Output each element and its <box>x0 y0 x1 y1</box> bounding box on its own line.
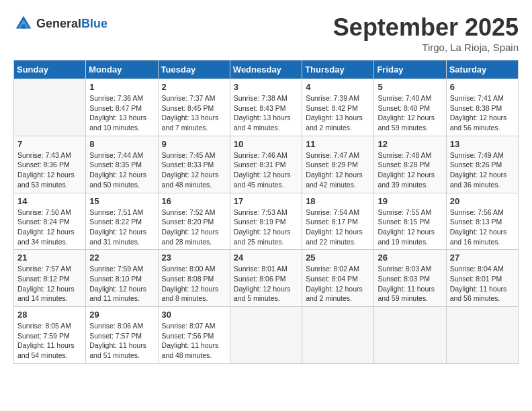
day-info: Sunrise: 7:38 AMSunset: 8:43 PMDaylight:… <box>234 93 298 133</box>
day-number: 10 <box>234 139 298 149</box>
day-number: 4 <box>306 82 370 92</box>
day-number: 28 <box>17 310 82 320</box>
day-number: 2 <box>162 82 226 92</box>
calendar-cell: 29Sunrise: 8:06 AMSunset: 7:57 PMDayligh… <box>86 307 158 364</box>
day-number: 15 <box>89 196 154 206</box>
day-number: 25 <box>306 253 370 263</box>
calendar-cell: 13Sunrise: 7:49 AMSunset: 8:26 PMDayligh… <box>446 136 518 193</box>
day-number: 27 <box>450 253 515 263</box>
day-info: Sunrise: 7:54 AMSunset: 8:17 PMDaylight:… <box>306 208 370 247</box>
day-info: Sunrise: 8:05 AMSunset: 7:59 PMDaylight:… <box>17 321 82 361</box>
day-info: Sunrise: 7:47 AMSunset: 8:29 PMDaylight:… <box>306 150 370 190</box>
location: Tirgo, La Rioja, Spain <box>333 42 519 53</box>
day-number: 22 <box>89 253 154 263</box>
weekday-header-thursday: Thursday <box>302 60 374 79</box>
calendar-cell: 28Sunrise: 8:05 AMSunset: 7:59 PMDayligh… <box>14 307 86 364</box>
month-title: September 2025 <box>333 13 519 42</box>
calendar-cell: 19Sunrise: 7:55 AMSunset: 8:15 PMDayligh… <box>374 193 446 250</box>
calendar-cell: 17Sunrise: 7:53 AMSunset: 8:19 PMDayligh… <box>230 193 302 250</box>
calendar-cell: 3Sunrise: 7:38 AMSunset: 8:43 PMDaylight… <box>230 79 302 136</box>
calendar-cell: 5Sunrise: 7:40 AMSunset: 8:40 PMDaylight… <box>374 79 446 136</box>
calendar-cell: 4Sunrise: 7:39 AMSunset: 8:42 PMDaylight… <box>302 79 374 136</box>
calendar-cell: 21Sunrise: 7:57 AMSunset: 8:12 PMDayligh… <box>14 250 86 307</box>
calendar-cell: 25Sunrise: 8:02 AMSunset: 8:04 PMDayligh… <box>302 250 374 307</box>
logo-blue: Blue <box>81 17 107 30</box>
day-number: 6 <box>450 82 515 92</box>
weekday-header-row: SundayMondayTuesdayWednesdayThursdayFrid… <box>14 60 519 79</box>
calendar-week-1: 1Sunrise: 7:36 AMSunset: 8:47 PMDaylight… <box>14 79 519 136</box>
calendar-cell: 20Sunrise: 7:56 AMSunset: 8:13 PMDayligh… <box>446 193 518 250</box>
logo: GeneralBlue <box>13 13 107 34</box>
calendar-cell: 9Sunrise: 7:45 AMSunset: 8:33 PMDaylight… <box>158 136 230 193</box>
calendar-cell <box>230 307 302 364</box>
day-info: Sunrise: 8:02 AMSunset: 8:04 PMDaylight:… <box>306 264 370 304</box>
day-info: Sunrise: 8:00 AMSunset: 8:08 PMDaylight:… <box>162 264 226 304</box>
logo-icon <box>13 13 34 34</box>
svg-rect-2 <box>21 25 26 29</box>
day-info: Sunrise: 7:51 AMSunset: 8:22 PMDaylight:… <box>89 208 154 247</box>
weekday-header-friday: Friday <box>374 60 446 79</box>
day-info: Sunrise: 7:36 AMSunset: 8:47 PMDaylight:… <box>89 93 154 133</box>
weekday-header-tuesday: Tuesday <box>158 60 230 79</box>
calendar-cell: 1Sunrise: 7:36 AMSunset: 8:47 PMDaylight… <box>86 79 158 136</box>
day-info: Sunrise: 7:53 AMSunset: 8:19 PMDaylight:… <box>234 208 298 247</box>
day-info: Sunrise: 7:37 AMSunset: 8:45 PMDaylight:… <box>162 93 226 133</box>
day-number: 30 <box>162 310 226 320</box>
day-info: Sunrise: 7:43 AMSunset: 8:36 PMDaylight:… <box>17 150 82 190</box>
calendar-cell: 14Sunrise: 7:50 AMSunset: 8:24 PMDayligh… <box>14 193 86 250</box>
day-number: 29 <box>89 310 154 320</box>
day-info: Sunrise: 7:50 AMSunset: 8:24 PMDaylight:… <box>17 208 82 247</box>
day-number: 9 <box>162 139 226 149</box>
weekday-header-wednesday: Wednesday <box>230 60 302 79</box>
day-number: 23 <box>162 253 226 263</box>
calendar-cell: 18Sunrise: 7:54 AMSunset: 8:17 PMDayligh… <box>302 193 374 250</box>
calendar-cell: 30Sunrise: 8:07 AMSunset: 7:56 PMDayligh… <box>158 307 230 364</box>
day-info: Sunrise: 7:41 AMSunset: 8:38 PMDaylight:… <box>450 93 515 133</box>
day-number: 11 <box>306 139 370 149</box>
calendar-cell: 22Sunrise: 7:59 AMSunset: 8:10 PMDayligh… <box>86 250 158 307</box>
calendar-week-4: 21Sunrise: 7:57 AMSunset: 8:12 PMDayligh… <box>14 250 519 307</box>
calendar-cell: 26Sunrise: 8:03 AMSunset: 8:03 PMDayligh… <box>374 250 446 307</box>
calendar-cell: 27Sunrise: 8:04 AMSunset: 8:01 PMDayligh… <box>446 250 518 307</box>
day-info: Sunrise: 8:03 AMSunset: 8:03 PMDaylight:… <box>378 264 442 304</box>
day-info: Sunrise: 7:52 AMSunset: 8:20 PMDaylight:… <box>162 208 226 247</box>
calendar-cell: 8Sunrise: 7:44 AMSunset: 8:35 PMDaylight… <box>86 136 158 193</box>
calendar-cell: 6Sunrise: 7:41 AMSunset: 8:38 PMDaylight… <box>446 79 518 136</box>
weekday-header-sunday: Sunday <box>14 60 86 79</box>
day-number: 17 <box>234 196 298 206</box>
day-number: 16 <box>162 196 226 206</box>
calendar-cell <box>446 307 518 364</box>
calendar-cell <box>374 307 446 364</box>
day-info: Sunrise: 7:55 AMSunset: 8:15 PMDaylight:… <box>378 208 442 247</box>
day-info: Sunrise: 8:06 AMSunset: 7:57 PMDaylight:… <box>89 321 154 361</box>
calendar-cell: 7Sunrise: 7:43 AMSunset: 8:36 PMDaylight… <box>14 136 86 193</box>
logo-text: GeneralBlue <box>36 17 107 31</box>
logo-general: General <box>36 17 81 30</box>
day-number: 21 <box>17 253 82 263</box>
calendar-cell: 2Sunrise: 7:37 AMSunset: 8:45 PMDaylight… <box>158 79 230 136</box>
day-number: 5 <box>378 82 442 92</box>
day-number: 1 <box>89 82 154 92</box>
day-info: Sunrise: 7:59 AMSunset: 8:10 PMDaylight:… <box>89 264 154 304</box>
day-info: Sunrise: 7:56 AMSunset: 8:13 PMDaylight:… <box>450 208 515 247</box>
calendar-cell <box>14 79 86 136</box>
calendar-cell: 10Sunrise: 7:46 AMSunset: 8:31 PMDayligh… <box>230 136 302 193</box>
day-number: 12 <box>378 139 442 149</box>
calendar-cell: 23Sunrise: 8:00 AMSunset: 8:08 PMDayligh… <box>158 250 230 307</box>
day-number: 19 <box>378 196 442 206</box>
day-number: 7 <box>17 139 82 149</box>
calendar-cell <box>302 307 374 364</box>
weekday-header-saturday: Saturday <box>446 60 518 79</box>
day-info: Sunrise: 7:46 AMSunset: 8:31 PMDaylight:… <box>234 150 298 190</box>
calendar-table: SundayMondayTuesdayWednesdayThursdayFrid… <box>13 60 519 364</box>
day-info: Sunrise: 7:40 AMSunset: 8:40 PMDaylight:… <box>378 93 442 133</box>
calendar-cell: 16Sunrise: 7:52 AMSunset: 8:20 PMDayligh… <box>158 193 230 250</box>
day-info: Sunrise: 7:39 AMSunset: 8:42 PMDaylight:… <box>306 93 370 133</box>
calendar-week-2: 7Sunrise: 7:43 AMSunset: 8:36 PMDaylight… <box>14 136 519 193</box>
title-block: September 2025 Tirgo, La Rioja, Spain <box>333 13 519 53</box>
day-info: Sunrise: 8:07 AMSunset: 7:56 PMDaylight:… <box>162 321 226 361</box>
day-number: 3 <box>234 82 298 92</box>
day-number: 14 <box>17 196 82 206</box>
day-info: Sunrise: 7:48 AMSunset: 8:28 PMDaylight:… <box>378 150 442 190</box>
calendar-cell: 11Sunrise: 7:47 AMSunset: 8:29 PMDayligh… <box>302 136 374 193</box>
